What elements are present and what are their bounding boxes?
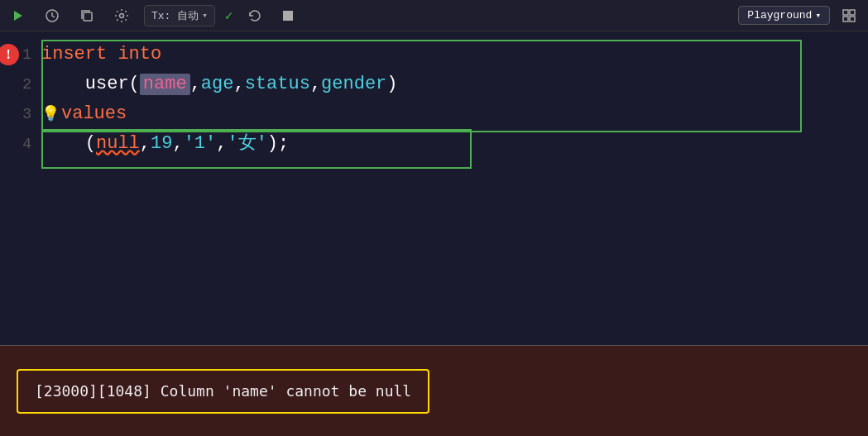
svg-rect-6 bbox=[850, 10, 855, 15]
comma-3: , bbox=[310, 75, 321, 93]
svg-point-3 bbox=[120, 13, 124, 17]
str-female: '女' bbox=[227, 135, 266, 153]
playground-dropdown-icon: ▾ bbox=[815, 10, 821, 21]
error-box: [23000][1048] Column 'name' cannot be nu… bbox=[17, 369, 429, 414]
history-button[interactable] bbox=[40, 5, 65, 26]
grid-button[interactable] bbox=[837, 5, 861, 26]
comma-5: , bbox=[172, 135, 183, 153]
tx-selector[interactable]: Tx: 自动 ▾ bbox=[144, 5, 215, 26]
error-panel: [23000][1048] Column 'name' cannot be nu… bbox=[0, 345, 868, 436]
col-gender: gender bbox=[321, 75, 386, 93]
check-icon: ✓ bbox=[225, 7, 233, 24]
tx-label: Tx: 自动 bbox=[151, 8, 199, 23]
close-paren-1: ) bbox=[386, 75, 397, 93]
svg-rect-8 bbox=[850, 17, 855, 22]
svg-rect-4 bbox=[283, 11, 293, 21]
semicolon: ; bbox=[278, 135, 289, 153]
error-icon: ! bbox=[0, 44, 19, 65]
code-content[interactable]: insert into user(name,age,status,gender)… bbox=[41, 40, 868, 337]
copy-button[interactable] bbox=[74, 5, 99, 26]
line-number-3: 3 bbox=[22, 103, 31, 127]
code-line-2: user(name,age,status,gender) bbox=[41, 69, 868, 99]
toolbar-right: Playground ▾ bbox=[738, 5, 861, 26]
svg-marker-0 bbox=[14, 11, 22, 21]
svg-rect-7 bbox=[843, 17, 848, 22]
col-age: age bbox=[201, 75, 234, 93]
main-area: ! 1 2 3 4 insert into user(name,age,stat… bbox=[0, 31, 868, 436]
keyword-insert: insert into bbox=[41, 46, 161, 64]
code-line-1: insert into bbox=[41, 40, 868, 69]
close-paren-2: ) bbox=[267, 135, 278, 153]
comma-2: , bbox=[233, 75, 244, 93]
null-keyword: null bbox=[96, 135, 140, 153]
comma-6: , bbox=[216, 135, 227, 153]
playground-button[interactable]: Playground ▾ bbox=[738, 6, 830, 25]
comma-1: , bbox=[190, 75, 201, 93]
line-number-2: 2 bbox=[22, 73, 31, 97]
comma-4: , bbox=[140, 135, 151, 153]
undo-button[interactable] bbox=[242, 5, 267, 26]
str-1: '1' bbox=[184, 135, 217, 153]
bottom-panel: [23000][1048] Column 'name' cannot be nu… bbox=[0, 345, 868, 436]
code-line-4: (null,19,'1','女'); bbox=[41, 129, 868, 159]
stop-button[interactable] bbox=[277, 7, 299, 25]
col-status: status bbox=[245, 75, 310, 93]
line-number-1: 1 bbox=[22, 43, 31, 67]
line-numbers: ! 1 2 3 4 bbox=[0, 40, 41, 337]
fn-user: user( bbox=[41, 75, 140, 93]
line-number-4: 4 bbox=[22, 132, 31, 156]
playground-label: Playground bbox=[747, 9, 812, 22]
num-19: 19 bbox=[151, 135, 172, 153]
play-button[interactable] bbox=[7, 6, 30, 26]
svg-rect-2 bbox=[84, 12, 92, 21]
keyword-values: values bbox=[61, 105, 127, 123]
lightbulb-icon: 💡 bbox=[41, 107, 60, 122]
error-message: [23000][1048] Column 'name' cannot be nu… bbox=[35, 382, 411, 400]
code-editor: ! 1 2 3 4 insert into user(name,age,stat… bbox=[0, 31, 868, 345]
toolbar: Tx: 自动 ▾ ✓ Playground ▾ bbox=[0, 0, 868, 31]
open-paren-2: ( bbox=[41, 135, 96, 153]
settings-button[interactable] bbox=[109, 5, 134, 26]
svg-rect-5 bbox=[843, 10, 848, 15]
code-lines: insert into user(name,age,status,gender)… bbox=[41, 40, 868, 159]
col-name-highlighted: name bbox=[140, 74, 190, 95]
tx-dropdown-icon: ▾ bbox=[202, 10, 208, 21]
code-line-3: 💡values bbox=[41, 99, 868, 129]
